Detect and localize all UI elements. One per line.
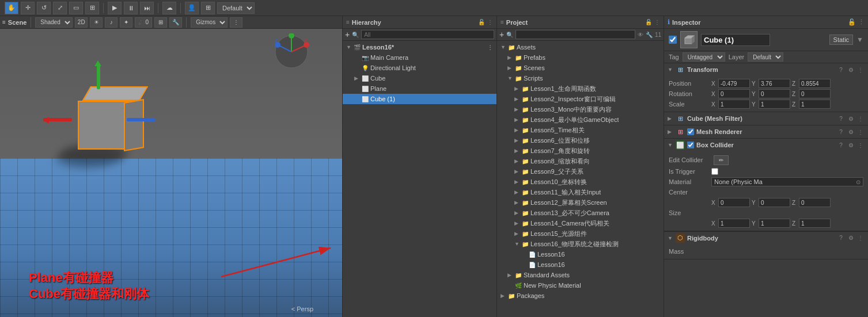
proj-item-lesson5[interactable]: ▶📁Lesson5_Time相关 <box>497 125 664 135</box>
proj-item-lesson16a[interactable]: ▶📄Lesson16 <box>497 249 664 259</box>
mesh-filter-settings-btn[interactable]: ⚙ <box>847 114 855 123</box>
mesh-renderer-help-btn[interactable]: ? <box>837 128 845 136</box>
hier-item-cube1[interactable]: ▶ ⬜ Cube (1) <box>343 94 496 104</box>
pos-y-input[interactable] <box>759 79 790 88</box>
account-btn[interactable]: 👤 <box>185 2 199 14</box>
rigidbody-help-btn[interactable]: ? <box>837 234 845 242</box>
2d-btn[interactable]: 2D <box>75 17 88 28</box>
proj-item-lesson16-folder[interactable]: ▼📁Lesson16_物理系统之碰撞检测 <box>497 239 664 249</box>
static-dropdown-arrow[interactable]: ▼ <box>856 36 863 44</box>
box-collider-settings-btn[interactable]: ⚙ <box>847 141 855 149</box>
step-btn[interactable]: ⏭ <box>140 2 154 14</box>
project-more-icon[interactable]: ⋮ <box>654 19 660 25</box>
scale-tool[interactable]: ⤢ <box>53 2 67 14</box>
pos-x-input[interactable] <box>718 79 750 88</box>
project-eye-icon[interactable]: 👁 <box>638 32 643 38</box>
mesh-renderer-toggle[interactable] <box>687 128 694 135</box>
inspector-more-icon[interactable]: ⋮ <box>858 18 865 26</box>
center-y-input[interactable] <box>759 198 790 207</box>
center-x-input[interactable] <box>718 198 750 207</box>
box-collider-header[interactable]: ▼ ⬜ Box Collider ? ⚙ ⋮ <box>664 139 868 151</box>
transform-help-btn[interactable]: ? <box>837 66 845 74</box>
lighting-btn[interactable]: ☀ <box>90 17 103 28</box>
layout-select[interactable]: Default <box>217 2 255 14</box>
scene-cam-btn[interactable]: 🎥0 <box>135 17 152 28</box>
move-tool[interactable]: ✛ <box>21 2 35 14</box>
rigidbody-settings-btn[interactable]: ⚙ <box>847 234 855 242</box>
material-target-icon[interactable]: ⊙ <box>856 179 861 185</box>
transform-header[interactable]: ▼ ⊞ Transform ? ⚙ ⋮ <box>664 63 868 76</box>
project-lock-icon[interactable]: 🔓 <box>645 19 652 25</box>
collab-btn[interactable]: ☁ <box>162 2 176 14</box>
size-z-input[interactable] <box>799 219 831 228</box>
proj-item-lesson15[interactable]: ▶📁Lesson15_光源组件 <box>497 228 664 239</box>
scale-x-input[interactable] <box>718 100 750 109</box>
proj-item-lesson1[interactable]: ▶📁Lesson1_生命周期函数 <box>497 83 664 94</box>
rigidbody-header[interactable]: ▼ ⬡ Rigidbody ? ⚙ ⋮ <box>664 231 868 244</box>
fx-btn[interactable]: ✦ <box>120 17 132 28</box>
shading-select[interactable]: Shaded <box>35 17 73 28</box>
rot-x-input[interactable] <box>718 89 750 98</box>
transform-tool[interactable]: ⊞ <box>85 2 99 14</box>
proj-item-lesson3[interactable]: ▶📁Lesson3_Mono中的重要内容 <box>497 104 664 114</box>
obj-name-input[interactable] <box>701 34 770 46</box>
proj-item-lesson9[interactable]: ▶📁Lesson9_父子关系 <box>497 166 664 177</box>
hier-item-main-camera[interactable]: ▶ 📷 Main Camera <box>343 52 496 63</box>
proj-item-lesson8[interactable]: ▶📁Lesson8_缩放和看向 <box>497 156 664 166</box>
proj-item-lesson13[interactable]: ▶📁Lesson13_必不可少Camera <box>497 208 664 218</box>
project-search-input[interactable] <box>516 30 635 39</box>
gizmos-select[interactable]: Gizmos <box>191 17 228 28</box>
hierarchy-lock-icon[interactable]: 🔓 <box>478 19 485 25</box>
proj-item-lesson6[interactable]: ▶📁Lesson6_位置和位移 <box>497 135 664 146</box>
mesh-filter-help-btn[interactable]: ? <box>837 114 845 123</box>
project-filter-icon[interactable]: 🔧 <box>646 32 653 38</box>
hier-options-lesson16[interactable]: ⋮ <box>487 44 493 51</box>
edit-collider-btn[interactable]: ✏ <box>714 155 729 165</box>
hier-item-cube-parent[interactable]: ▶ ⬜ Cube <box>343 73 496 83</box>
grid-btn[interactable]: ⊞ <box>154 17 167 28</box>
proj-item-lesson10[interactable]: ▶📁Lesson10_坐标转换 <box>497 177 664 187</box>
box-collider-toggle[interactable] <box>687 142 694 148</box>
is-trigger-checkbox[interactable] <box>711 168 718 175</box>
proj-item-lesson16b[interactable]: ▶📄Lesson16 <box>497 259 664 270</box>
hier-item-plane[interactable]: ▶ ⬜ Plane <box>343 83 496 94</box>
hierarchy-add-btn[interactable]: + <box>345 30 350 39</box>
proj-item-standard[interactable]: ▶📁Standard Assets <box>497 270 664 280</box>
size-x-input[interactable] <box>718 219 750 228</box>
pos-z-input[interactable] <box>799 79 831 88</box>
proj-item-lesson4[interactable]: ▶📁Lesson4_最小单位GameObject <box>497 114 664 125</box>
proj-item-lesson7[interactable]: ▶📁Lesson7_角度和旋转 <box>497 146 664 156</box>
play-btn[interactable]: ▶ <box>108 2 122 14</box>
mesh-renderer-menu-btn[interactable]: ⋮ <box>856 128 865 136</box>
layers-btn[interactable]: ⊞ <box>201 2 215 14</box>
mesh-filter-menu-btn[interactable]: ⋮ <box>856 114 865 123</box>
tag-select[interactable]: Untagged <box>683 52 725 62</box>
transform-settings-btn[interactable]: ⚙ <box>847 66 855 74</box>
proj-item-scripts[interactable]: ▼ 📁 Scripts <box>497 73 664 83</box>
obj-active-toggle[interactable] <box>669 36 677 44</box>
hierarchy-more-icon[interactable]: ⋮ <box>487 19 493 25</box>
proj-item-assets[interactable]: ▼ 📁 Assets <box>497 42 664 52</box>
transform-menu-btn[interactable]: ⋮ <box>856 66 865 74</box>
rect-tool[interactable]: ▭ <box>69 2 83 14</box>
box-collider-help-btn[interactable]: ? <box>837 141 845 149</box>
material-value[interactable]: None (Physic Ma ⊙ <box>711 177 863 186</box>
project-add-btn[interactable]: + <box>499 30 504 39</box>
proj-item-lesson11[interactable]: ▶📁Lesson11_输入相关Input <box>497 187 664 197</box>
proj-item-prefabs[interactable]: ▶ 📁 Prefabs <box>497 52 664 63</box>
rigidbody-menu-btn[interactable]: ⋮ <box>856 234 865 242</box>
proj-item-lesson14[interactable]: ▶📁Lesson14_Camera代码相关 <box>497 218 664 228</box>
scale-z-input[interactable] <box>799 100 831 109</box>
proj-item-new-physic[interactable]: ▶🌿New Physic Material <box>497 280 664 291</box>
hier-item-dir-light[interactable]: ▶ 💡 Directional Light <box>343 63 496 73</box>
proj-item-scenes[interactable]: ▶ 📁 Scenes <box>497 63 664 73</box>
mesh-renderer-settings-btn[interactable]: ⚙ <box>847 128 855 136</box>
mesh-filter-header[interactable]: ▶ ⊞ Cube (Mesh Filter) ? ⚙ ⋮ <box>664 112 868 125</box>
static-btn[interactable]: Static <box>829 35 854 45</box>
audio-btn[interactable]: ♪ <box>105 17 117 28</box>
pause-btn[interactable]: ⏸ <box>124 2 138 14</box>
center-z-input[interactable] <box>799 198 831 207</box>
size-y-input[interactable] <box>759 219 790 228</box>
mesh-renderer-header[interactable]: ▶ ⊞ Mesh Renderer ? ⚙ ⋮ <box>664 125 868 138</box>
scale-y-input[interactable] <box>759 100 790 109</box>
